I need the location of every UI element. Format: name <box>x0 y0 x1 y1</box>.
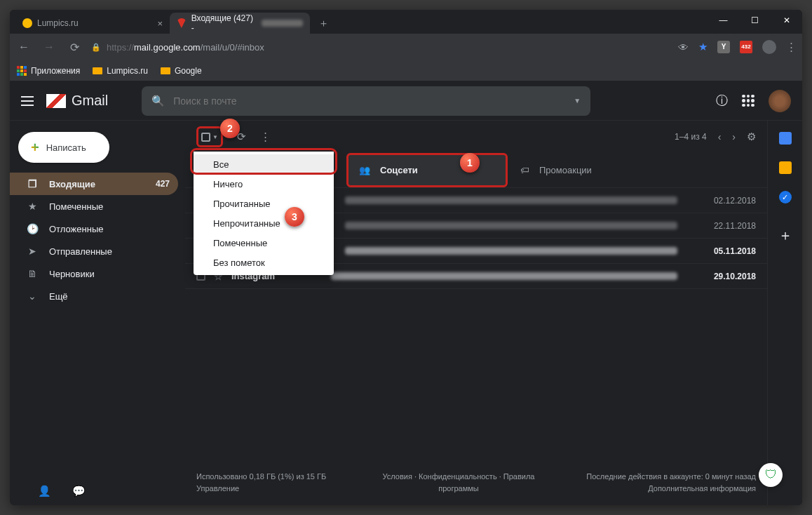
browser-profile-avatar[interactable] <box>762 40 776 54</box>
nav-snoozed[interactable]: 🕑 Отложенные <box>10 218 178 240</box>
addons-plus-icon[interactable]: ＋ <box>778 226 792 245</box>
tab-promotions[interactable]: 🏷 Промоакции <box>508 153 669 187</box>
extension-y-icon[interactable]: Y <box>717 41 730 53</box>
close-tab-icon[interactable]: × <box>157 18 163 29</box>
tab-label: Промоакции <box>539 165 592 175</box>
bookmark-label: Приложения <box>31 66 80 76</box>
bookmark-lumpics[interactable]: Lumpics.ru <box>93 66 148 76</box>
gmail-logo-icon <box>46 94 66 108</box>
compose-button[interactable]: + Написать <box>18 132 109 163</box>
address-bar: ← → ⟳ 🔒 https://mail.google.com/mail/u/0… <box>10 34 802 60</box>
gmail-logo[interactable]: Gmail <box>46 93 108 109</box>
folder-icon <box>93 67 102 74</box>
bookmarks-bar: Приложения Lumpics.ru Google <box>10 60 802 81</box>
subject-blurred <box>345 247 677 255</box>
url-path: /mail/u/0/#inbox <box>201 42 264 53</box>
dd-option-none[interactable]: Ничего <box>194 174 334 194</box>
side-panel: ＋ <box>767 121 802 505</box>
folder-icon <box>161 67 170 74</box>
back-button[interactable]: ← <box>15 41 32 53</box>
draft-icon: 🗎 <box>27 268 38 279</box>
pagination-text: 1–4 из 4 <box>675 132 707 142</box>
favicon-lumpics <box>22 18 32 28</box>
more-actions-icon[interactable]: ⋮ <box>260 131 271 143</box>
favicon-gmail <box>177 18 187 28</box>
dd-option-all[interactable]: Все <box>194 154 334 174</box>
step-badge-3: 3 <box>285 207 304 227</box>
eye-icon[interactable]: 👁 <box>678 41 689 53</box>
google-apps-icon[interactable] <box>742 95 755 107</box>
bookmark-apps[interactable]: Приложения <box>17 66 80 76</box>
subject-blurred <box>331 272 677 280</box>
nav-label: Ещё <box>49 291 68 302</box>
select-all-dropdown[interactable]: ▼ <box>196 126 223 147</box>
url-field[interactable]: 🔒 https://mail.google.com/mail/u/0/#inbo… <box>91 42 670 53</box>
tab-social[interactable]: 👥 Соцсети <box>346 153 508 187</box>
mail-toolbar: ▼ ⟳ ⋮ 1–4 из 4 ‹ › ⚙ <box>185 121 767 153</box>
email-date: 29.10.2018 <box>700 272 756 281</box>
dd-option-unstarred[interactable]: Без пометок <box>194 253 334 272</box>
select-dropdown-menu: Все Ничего Прочитанные Непрочитанные Пом… <box>194 152 334 275</box>
compose-label: Написать <box>46 142 86 153</box>
dd-option-unread[interactable]: Непрочитанные <box>194 213 334 233</box>
sidebar: + Написать ❐ Входящие 427 ★ Помеченные 🕑… <box>10 121 185 505</box>
email-date: 02.12.2018 <box>700 196 756 206</box>
email-date: 22.11.2018 <box>700 221 756 231</box>
tasks-icon[interactable] <box>779 191 792 203</box>
help-icon[interactable]: ⓘ <box>716 93 728 109</box>
extension-mail-badge[interactable]: 432 <box>740 41 752 53</box>
dd-option-starred[interactable]: Помеченные <box>194 233 334 253</box>
chevron-down-icon: ⌄ <box>27 290 38 302</box>
browser-tab-lumpics[interactable]: Lumpics.ru × <box>15 13 170 34</box>
window-maximize[interactable]: ☐ <box>739 10 771 31</box>
storage-manage-link[interactable]: Управление <box>196 483 337 495</box>
search-options-icon[interactable]: ▼ <box>574 97 581 105</box>
nav-inbox[interactable]: ❐ Входящие 427 <box>10 173 178 195</box>
clock-icon: 🕑 <box>27 223 38 234</box>
bookmark-label: Lumpics.ru <box>107 66 148 76</box>
content-area: ▼ ⟳ ⋮ 1–4 из 4 ‹ › ⚙ Все Ничего Прочитан… <box>185 121 767 505</box>
bookmark-star-icon[interactable]: ★ <box>698 41 708 53</box>
bookmark-label: Google <box>175 66 202 76</box>
search-icon[interactable]: 🔍 <box>151 95 165 107</box>
chevron-down-icon: ▼ <box>212 134 218 140</box>
kebab-menu-icon[interactable]: ⋮ <box>786 41 797 53</box>
window-minimize[interactable]: — <box>708 10 739 31</box>
new-tab-button[interactable]: ＋ <box>310 13 337 34</box>
bookmark-google[interactable]: Google <box>161 66 202 76</box>
settings-gear-icon[interactable]: ⚙ <box>747 131 756 143</box>
nav-starred[interactable]: ★ Помеченные <box>10 195 178 218</box>
activity-text: Последние действия в аккаунте: 0 минут н… <box>581 471 756 483</box>
nav-drafts[interactable]: 🗎 Черновики <box>10 262 178 285</box>
calendar-icon[interactable] <box>779 132 792 145</box>
activity-details-link[interactable]: Дополнительная информация <box>581 483 756 495</box>
reload-button[interactable]: ⟳ <box>66 41 83 54</box>
plus-icon: + <box>31 140 39 156</box>
nav-label: Отложенные <box>49 224 103 234</box>
step-badge-2: 2 <box>220 119 240 138</box>
hangouts-icon[interactable]: 💬 <box>72 485 86 497</box>
main-menu-icon[interactable] <box>21 96 34 106</box>
lock-icon: 🔒 <box>91 43 101 52</box>
page-next-icon[interactable]: › <box>732 131 736 142</box>
forward-button[interactable]: → <box>41 41 57 53</box>
star-icon: ★ <box>27 201 38 212</box>
nav-label: Входящие <box>49 179 95 189</box>
search-box[interactable]: 🔍 ▼ <box>142 86 590 116</box>
storage-usage-text: Использовано 0,18 ГБ (1%) из 15 ГБ <box>196 471 337 483</box>
dd-option-read[interactable]: Прочитанные <box>194 194 334 213</box>
nav-more[interactable]: ⌄ Ещё <box>10 285 178 307</box>
contacts-icon[interactable]: 👤 <box>38 485 51 497</box>
page-prev-icon[interactable]: ‹ <box>718 131 722 142</box>
security-shield-icon[interactable]: 🛡 <box>759 463 783 487</box>
window-close[interactable]: ✕ <box>771 10 802 31</box>
content-footer: Использовано 0,18 ГБ (1%) из 15 ГБ Управ… <box>185 461 767 505</box>
search-input[interactable] <box>173 95 565 107</box>
footer-links[interactable]: Условия · Конфиденциальность · Правила п… <box>365 471 553 495</box>
nav-sent[interactable]: ➤ Отправленные <box>10 240 178 262</box>
browser-tab-gmail[interactable]: Входящие (427) - <box>170 13 310 34</box>
keep-icon[interactable] <box>779 161 792 174</box>
tag-icon: 🏷 <box>520 165 529 175</box>
checkbox-icon <box>201 133 210 142</box>
account-avatar[interactable] <box>769 90 791 112</box>
